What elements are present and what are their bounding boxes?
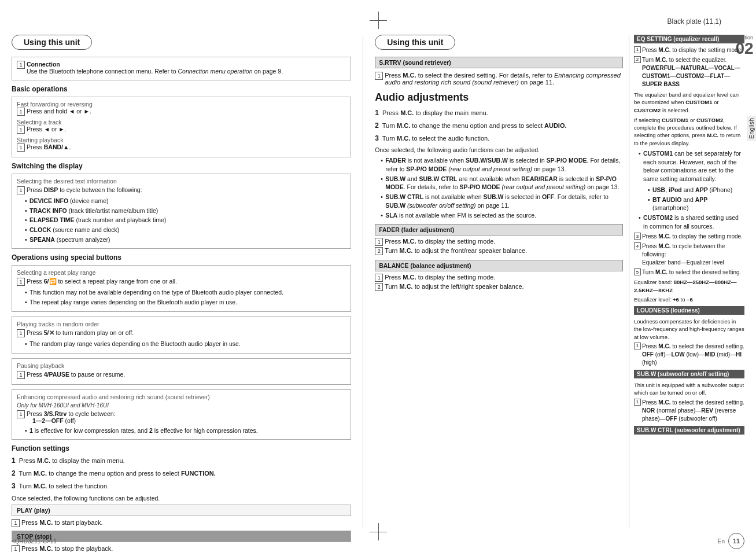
select-track-num: 1 [17,126,25,134]
footer: <QRD3211-C>11 En 11 [12,533,744,549]
subw-ctrl-label: SUB.W CTRL (subwoofer adjustment) [634,426,744,435]
list-item: SUB.W and SUB.W CTRL are not available w… [381,175,623,192]
random-play-box: Playing tracks in random order 1 Press 5… [12,317,351,354]
list-item: The repeat play range varies depending o… [25,298,346,307]
fader-num2: 2 [375,247,383,255]
subw-step1: 1 Press M.C. to select the desired setti… [634,399,744,423]
switching-display-box: Selecting the desired text information 1… [12,174,351,249]
select-track-text: Press ◄ or ►. [27,126,67,133]
audio-step3-sub: Once selected, the following audio funct… [375,146,623,153]
list-item: ELAPSED TIME (track number and playback … [25,216,346,225]
list-item: CLOCK (source name and clock) [25,226,346,234]
balance-num1: 1 [375,274,383,282]
fader-step1: 1 Press M.C. to display the setting mode… [375,238,623,246]
eq-step4-text: Press M.C. to cycle between the followin… [642,242,744,267]
pause-text: Press 4/PAUSE to pause or resume. [27,371,125,378]
random-text: Press 5/✕ to turn random play on or off. [27,329,134,336]
loudness-step1-num: 1 [634,343,641,349]
sr-note: Only for MVH-160UI and MVH-16UI [17,402,346,409]
footer-right: En 11 [718,533,744,549]
list-item: SPEANA (spectrum analyzer) [25,235,346,244]
select-track-item: Selecting a track 1 Press ◄ or ►. [17,119,346,134]
func-step-1: 1 Press M.C. to display the main menu. [12,456,351,466]
random-list: The random play range varies depending o… [17,340,346,348]
play-num: 1 [12,519,20,527]
eq-step1: 1 Press M.C. to display the setting mode… [634,46,744,54]
top-title: Black plate (11,1) [668,17,721,25]
balance-num2: 2 [375,283,383,291]
footer-left: <QRD3211-C>11 [12,538,57,544]
switching-list: DEVICE INFO (device name) TRACK INFO (tr… [17,197,346,244]
list-item: BT AUDIO and APP (smartphone) [648,196,744,212]
left-section-header: Using this unit [12,35,92,50]
subw-ctrl-label-text: SUB.W CTRL (subwoofer adjustment) [637,427,740,433]
sr-step: 1 Press 3/S.Rtrv to cycle between: 1—2—O… [17,410,346,424]
fader-num1: 1 [375,238,383,246]
switching-box-title: Selecting the desired text information [17,178,346,185]
basic-ops-box: Fast forwarding or reversing 1 Press and… [12,97,351,157]
left-column: Using this unit 1 Connection Use the Blu… [12,35,363,529]
list-item: The random play range varies depending o… [25,340,346,348]
audio-step-1: 1 Press M.C. to display the main menu. [375,108,623,118]
right-side-panel: EQ SETTING (equalizer recall) 1 Press M.… [629,35,744,529]
srtrv-label: S.RTRV (sound retriever) [375,57,623,68]
list-item: SUB.W CTRL is not available when SUB.W i… [381,193,623,209]
list-item: TRACK INFO (track title/artist name/albu… [25,207,346,215]
sr-label: Enhancing compressed audio and restoring… [17,393,346,400]
loudness-label: LOUDNESS (loudness) [634,306,744,315]
list-item: CUSTOM1 can be set separately for each s… [639,149,744,212]
eq-custom-note: If selecting CUSTOM1 or CUSTOM2, complet… [634,116,744,147]
eq-step5-num: 5 [634,268,641,275]
srtrv-num: 1 [375,72,383,80]
eq-description: The equalizer band and equalizer level c… [634,91,744,114]
sound-retriever-box: Enhancing compressed audio and restoring… [12,389,351,440]
start-playback-item: Starting playback 1 Press BAND/▲. [17,137,346,152]
page-num: 11 [733,538,740,544]
random-step: 1 Press 5/✕ to turn random play on or of… [17,329,346,337]
audio-step-2: 2 Turn M.C. to change the menu option an… [375,121,623,131]
audio-step-3: 3 Turn M.C. to select the audio function… [375,134,623,143]
eq-step2: 2 Turn M.C. to select the equalizer. POW… [634,56,744,89]
eq-band-text: Equalizer band: 80HZ—250HZ—800HZ—2.5KHZ—… [634,278,744,294]
eq-setting-label: EQ SETTING (equalizer recall) [634,35,744,43]
play-text: Press M.C. to start playback. [21,519,103,526]
eq-step3: 3 Press M.C. to display the setting mode… [634,233,744,241]
balance-text1: Press M.C. to display the setting mode. [385,274,495,281]
eq-sub-sub-list: USB, iPod and APP (iPhone) BT AUDIO and … [643,186,744,212]
eq-step2-num: 2 [634,56,641,63]
balance-text2: Turn M.C. to adjust the left/right speak… [385,283,524,290]
eq-step4-num: 4 [634,242,641,249]
connection-box: 1 Connection Use the Bluetooth telephone… [12,57,351,80]
repeat-num: 1 [17,278,25,286]
connection-text: Use the Bluetooth telephone connection m… [27,68,283,75]
right-section-header: Using this unit [375,35,455,50]
function-settings-title: Function settings [12,444,351,452]
fast-fwd-step: 1 Press and hold ◄ or ►. [17,108,346,116]
english-label: English [747,116,756,141]
balance-step1: 1 Press M.C. to display the setting mode… [375,274,623,282]
eq-step4: 4 Press M.C. to cycle between the follow… [634,242,744,267]
list-item: USB, iPod and APP (iPhone) [648,186,744,194]
loudness-step1-text: Press M.C. to select the desired setting… [642,343,744,367]
switching-step: 1 Press DISP to cycle between the follow… [17,186,346,194]
start-playback-step: 1 Press BAND/▲. [17,143,346,152]
balance-label: BALANCE (balance adjustment) [375,260,623,271]
play-label: PLAY (play) [12,505,351,516]
fader-label-text: FADER (fader adjustment) [379,226,454,233]
select-track-step: 1 Press ◄ or ►. [17,126,346,134]
eq-step5: 5 Turn M.C. to select the desired settin… [634,268,744,277]
right-column: Using this unit S.RTRV (sound retriever)… [363,35,744,529]
list-item: CUSTOM2 is a shared setting used in comm… [639,214,744,230]
page-num-circle: 11 [728,533,744,549]
list-item: 1 is effective for low compression rates… [25,426,346,435]
eq-step3-text: Press M.C. to display the setting mode. [642,233,743,241]
balance-step2: 2 Turn M.C. to adjust the left/right spe… [375,283,623,291]
eq-step2-text: Turn M.C. to select the equalizer. POWER… [642,56,744,89]
balance-label-text: BALANCE (balance adjustment) [379,262,471,269]
sr-num: 1 [17,410,25,418]
top-bar: Black plate (11,1) [0,0,756,35]
play-label-text: PLAY (play) [17,507,50,514]
func-step-2: 2 Turn M.C. to change the menu option an… [12,469,351,479]
random-label: Playing tracks in random order [17,321,346,327]
repeat-step: 1 Press 6/🔁 to select a repeat play rang… [17,278,346,286]
